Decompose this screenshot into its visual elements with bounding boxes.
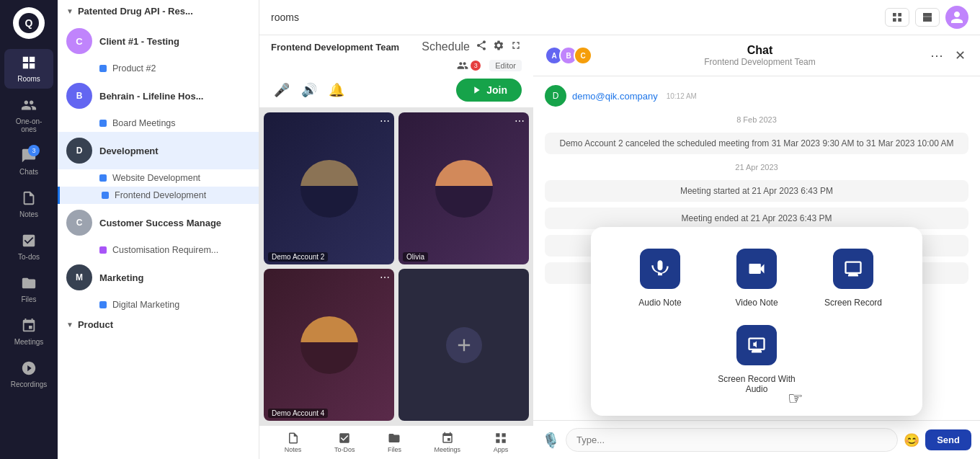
meeting-main: Frontend Development Team Schedule	[259, 35, 533, 459]
chat-send-button[interactable]: Send	[925, 429, 971, 450]
add-person-container	[446, 327, 482, 363]
screen-icon	[843, 259, 863, 279]
screen-music-icon	[747, 335, 767, 355]
channel-website-dev[interactable]: Website Development	[58, 169, 259, 187]
layout-toggle-button[interactable]	[915, 8, 940, 27]
join-button[interactable]: Join	[456, 79, 522, 102]
sidebar-rooms-label: Rooms	[17, 75, 40, 83]
expand-button[interactable]	[510, 40, 522, 54]
video-tile-account2: Demo Account 2 ⋯	[264, 112, 394, 264]
website-dev-dot	[99, 174, 107, 182]
video-olivia-bg	[398, 112, 529, 264]
sidebar-item-one-on-ones[interactable]: One-on-ones	[4, 92, 53, 139]
video-tile-add[interactable]	[398, 269, 529, 421]
join-label: Join	[486, 84, 507, 96]
video-tile-olivia: Olivia ⋯	[398, 112, 529, 264]
sidebar-item-to-dos[interactable]: To-dos	[4, 227, 53, 267]
gear-icon	[493, 40, 504, 51]
date-divider-2: 21 Apr 2023	[545, 163, 968, 171]
sidebar-item-recordings[interactable]: Recordings	[4, 355, 53, 394]
audio-note-label: Audio Note	[638, 298, 681, 308]
screen-record-label: Screen Record	[824, 298, 882, 308]
olivia-options[interactable]: ⋯	[514, 115, 525, 127]
popup-video-note[interactable]: Video Note	[717, 249, 796, 308]
notes-icon-wrap	[21, 190, 37, 208]
settings-button[interactable]	[493, 40, 504, 54]
grid-icon	[891, 12, 903, 23]
channel-board-meetings[interactable]: Board Meetings	[58, 115, 259, 132]
system-msg-1: Demo Account 2 canceled the scheduled me…	[545, 133, 968, 154]
popup-audio-note[interactable]: Audio Note	[620, 249, 700, 308]
account4-face	[300, 316, 358, 374]
meetings-icon	[21, 318, 37, 334]
popup-screen-record[interactable]: Screen Record	[814, 249, 893, 308]
sidebar-item-files[interactable]: Files	[4, 269, 53, 309]
bottom-files-button[interactable]: Files	[388, 432, 401, 453]
account2-options[interactable]: ⋯	[380, 115, 390, 127]
expand-icon	[510, 40, 522, 51]
channel-customisation[interactable]: Customisation Requirem...	[58, 241, 259, 259]
chat-more-button[interactable]: ⋯	[927, 45, 946, 66]
channel-digital-marketing[interactable]: Digital Marketing	[58, 296, 259, 313]
system-msg-2: Meeting started at 21 Apr 2023 6:43 PM	[545, 180, 968, 202]
chat-subtitle: Frontend Development Team	[601, 57, 919, 67]
one-on-ones-icon	[21, 97, 37, 113]
speaker-button[interactable]: 🔊	[298, 79, 320, 101]
bottom-apps-button[interactable]: Apps	[494, 432, 509, 453]
share-button[interactable]	[476, 40, 487, 54]
olivia-face	[435, 160, 493, 218]
sidebar-item-rooms[interactable]: Rooms	[4, 49, 53, 89]
channel-product2[interactable]: Product #2	[58, 60, 259, 77]
development-avatar: D	[66, 138, 92, 164]
chat-avatars: A B C	[545, 46, 592, 65]
video-grid: Demo Account 2 ⋯ Olivia ⋯	[259, 108, 533, 425]
sidebar-item-meetings[interactable]: Meetings	[4, 312, 53, 352]
sidebar-item-chats[interactable]: 3 Chats	[4, 142, 53, 182]
chat-mic-button[interactable]: 🎙️	[542, 432, 560, 449]
chat-input-field[interactable]	[566, 428, 898, 452]
todos-icon-wrap	[21, 233, 37, 250]
popup-screen-record-audio[interactable]: Screen Record With Audio ☞	[717, 325, 796, 394]
right-content: Frontend Development Team Schedule	[259, 35, 980, 459]
user-avatar[interactable]	[945, 6, 968, 29]
mute-button[interactable]: 🎤	[271, 79, 293, 101]
contact-group-behrain[interactable]: B Behrain - Lifeline Hos...	[58, 77, 259, 115]
bottom-meetings-button[interactable]: Meetings	[435, 432, 461, 453]
channel-section-patented[interactable]: ▼ Patented Drug API - Res...	[58, 0, 259, 22]
contact-group-client1[interactable]: C Client #1 - Testing	[58, 22, 259, 60]
sender-email-link[interactable]: demo@qik.company	[572, 91, 658, 102]
audio-controls: 🎤 🔊 🔔	[271, 79, 347, 101]
sidebar-item-notes[interactable]: Notes	[4, 184, 53, 224]
chat-emoji-button[interactable]: 😊	[904, 432, 919, 448]
chat-title-wrap: Chat Frontend Development Team	[601, 44, 919, 67]
app-logo[interactable]: Q	[13, 7, 45, 39]
sender-avatar: D	[545, 85, 566, 107]
olivia-label: Olivia	[403, 252, 428, 262]
screen-audio-icon-bg	[736, 325, 777, 365]
contact-group-marketing[interactable]: M Marketing	[58, 259, 259, 296]
play-icon	[471, 84, 482, 96]
video-tile-account4: Demo Account 4 ⋯	[264, 269, 394, 421]
one-on-ones-icon-wrap	[21, 97, 37, 115]
schedule-button[interactable]: Schedule	[422, 40, 470, 54]
channel-frontend-dev[interactable]: Frontend Development	[58, 187, 259, 204]
sound-effects-button[interactable]: 🔔	[326, 79, 347, 101]
meeting-room-title: Frontend Development Team	[271, 42, 416, 53]
frontend-dev-label: Frontend Development	[115, 190, 206, 200]
apps-grid-button[interactable]	[885, 8, 909, 27]
board-meetings-dot	[99, 120, 107, 127]
bottom-notes-button[interactable]: Notes	[285, 432, 302, 453]
schedule-label: Schedule	[422, 40, 470, 53]
popup-modal: Audio Note Video Note	[591, 227, 922, 416]
bottom-todos-button[interactable]: To-Dos	[334, 432, 355, 453]
marketing-avatar: M	[66, 264, 92, 290]
contact-group-development[interactable]: D Development	[58, 132, 259, 169]
account4-options[interactable]: ⋯	[380, 272, 390, 283]
rooms-icon	[21, 55, 37, 71]
contact-group-customer-success[interactable]: C Customer Success Manage	[58, 204, 259, 241]
board-meetings-label: Board Meetings	[112, 118, 176, 128]
meetings-icon-wrap	[21, 318, 37, 335]
channel-section-product[interactable]: ▼ Product	[58, 313, 259, 336]
top-header: rooms	[259, 0, 980, 35]
chat-close-button[interactable]: ✕	[952, 45, 968, 66]
